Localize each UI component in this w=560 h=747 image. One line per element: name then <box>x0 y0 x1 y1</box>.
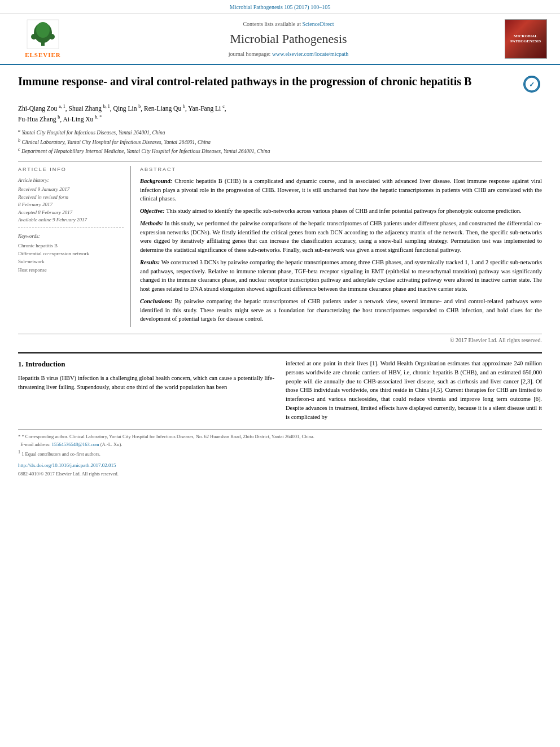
footer-issn: 0882-4010/© 2017 Elsevier Ltd. All right… <box>18 471 119 477</box>
page-wrapper: Microbial Pathogenesis 105 (2017) 100–10… <box>0 0 560 487</box>
elsevier-label: ELSEVIER <box>25 51 61 59</box>
footer-email-label: E-mail address: <box>20 442 50 447</box>
article-history: Article history: Received 9 January 2017… <box>18 177 124 228</box>
abstract-conclusions: Conclusions: By pairwise comparing the h… <box>140 297 542 324</box>
footer-email-link[interactable]: 15564536548@163.com <box>51 442 99 447</box>
article-title: Immune response- and viral control-relat… <box>18 74 515 89</box>
affiliations: a Yantai City Hospital for Infectious Di… <box>18 128 542 155</box>
footer-corresponding-text: * Corresponding author. Clinical Laborat… <box>21 434 314 439</box>
abstract-objective-text: This study aimed to identify the specifi… <box>166 208 522 214</box>
main-col-left: 1. Introduction Hepatitis B virus (HBV) … <box>18 359 274 425</box>
journal-title-header: Microbial Pathogenesis <box>82 30 495 48</box>
keyword-1: Chronic hepatitis B <box>18 242 124 250</box>
article-footer: * * Corresponding author. Clinical Labor… <box>18 429 542 478</box>
abstract-conclusions-text: By pairwise comparing the hepatic transc… <box>140 298 542 322</box>
keyword-3: Sub-network <box>18 257 124 265</box>
footer-email-suffix: (A.-L. Xu). <box>100 442 123 447</box>
abstract-methods-text: In this study, we performed the pairwise… <box>140 220 542 253</box>
abstract-methods-label: Methods: <box>140 220 163 226</box>
copyright-line: © 2017 Elsevier Ltd. All rights reserved… <box>18 334 542 344</box>
journal-homepage-link[interactable]: www.elsevier.com/locate/micpath <box>272 51 348 57</box>
history-revised-label: Received in revised form <box>18 194 124 202</box>
crossmark-svg: ✓ <box>524 76 539 92</box>
contents-text: Contents lists available at <box>243 21 300 27</box>
keywords-section: Keywords: Chronic hepatitis B Differenti… <box>18 233 124 274</box>
science-direct-link[interactable]: ScienceDirect <box>302 21 334 27</box>
elsevier-logo: ELSEVIER <box>25 19 61 59</box>
article-info-abstract-section: ARTICLE INFO Article history: Received 9… <box>18 161 542 327</box>
copyright-text: © 2017 Elsevier Ltd. All rights reserved… <box>450 337 542 343</box>
contents-line: Contents lists available at ScienceDirec… <box>82 20 495 28</box>
svg-point-5 <box>49 34 55 40</box>
elsevier-tree-icon <box>26 19 60 50</box>
article-title-section: Immune response- and viral control-relat… <box>18 74 542 98</box>
svg-point-4 <box>31 34 37 40</box>
intro-para-col1: Hepatitis B virus (HBV) infection is a c… <box>18 374 274 392</box>
affiliation-c: Department of Hepatobiliary Internal Med… <box>21 148 270 154</box>
footer-equal-text: 1 Equal contributors and co-first author… <box>21 451 100 457</box>
intro-para-col2: infected at one point in their lives [1]… <box>286 359 542 421</box>
crossmark-badge: ✓ <box>522 74 542 94</box>
cover-label: MICROBIALPATHOGENESIS <box>510 34 541 44</box>
history-received: Received 9 January 2017 <box>18 186 124 194</box>
main-body-section: 1. Introduction Hepatitis B virus (HBV) … <box>18 352 542 425</box>
history-accepted: Accepted 8 February 2017 <box>18 209 124 217</box>
homepage-text: journal homepage: <box>229 51 271 57</box>
journal-header-center: Contents lists available at ScienceDirec… <box>77 19 500 59</box>
footer-corresponding: * * Corresponding author. Clinical Labor… <box>18 433 542 441</box>
journal-header-right: MICROBIALPATHOGENESIS <box>500 19 551 59</box>
history-online: Available online 9 February 2017 <box>18 216 124 224</box>
abstract-results: Results: We constructed 3 DCNs by pairwi… <box>140 258 542 294</box>
journal-ref-bar: Microbial Pathogenesis 105 (2017) 100–10… <box>0 0 560 14</box>
intro-heading: 1. Introduction <box>18 359 274 369</box>
journal-header: ELSEVIER Contents lists available at Sci… <box>0 14 560 65</box>
affiliation-b: Clinical Laboratory, Yantai City Hospita… <box>21 139 211 145</box>
svg-point-3 <box>36 22 50 38</box>
journal-cover-image: MICROBIALPATHOGENESIS <box>505 19 547 59</box>
abstract-methods: Methods: In this study, we performed the… <box>140 219 542 255</box>
abstract-objective-label: Objective: <box>140 208 165 214</box>
abstract-conclusions-label: Conclusions: <box>140 298 172 304</box>
history-revised-date: 8 February 2017 <box>18 201 124 209</box>
abstract-results-label: Results: <box>140 259 160 265</box>
footer-email-line: E-mail address: 15564536548@163.com (A.-… <box>18 441 542 449</box>
authors-line: Zhi-Qiang Zou a, 1, Shuai Zhang b, 1, Qi… <box>18 103 542 124</box>
abstract-column: ABSTRACT Background: Chronic hepatitis B… <box>140 166 542 327</box>
article-info-column: ARTICLE INFO Article history: Received 9… <box>18 166 131 327</box>
abstract-objective: Objective: This study aimed to identify … <box>140 207 542 216</box>
article-info-heading: ARTICLE INFO <box>18 166 124 173</box>
journal-ref-text: Microbial Pathogenesis 105 (2017) 100–10… <box>230 4 330 10</box>
abstract-background-text: Chronic hepatitis B (CHB) is a complicat… <box>140 178 542 202</box>
abstract-background-label: Background: <box>140 178 172 184</box>
abstract-results-text: We constructed 3 DCNs by pairwise compar… <box>140 259 542 292</box>
crossmark-icon: ✓ <box>523 76 540 93</box>
keywords-label: Keywords: <box>18 233 124 240</box>
abstract-background: Background: Chronic hepatitis B (CHB) is… <box>140 177 542 203</box>
footer-doi-link[interactable]: http://dx.doi.org/10.1016/j.micpath.2017… <box>18 461 542 469</box>
journal-header-left: ELSEVIER <box>9 19 77 59</box>
keyword-2: Differential co-expression network <box>18 250 124 257</box>
svg-text:✓: ✓ <box>529 81 535 89</box>
affiliation-a: Yantai City Hospital for Infectious Dise… <box>21 130 165 136</box>
article-content: Immune response- and viral control-relat… <box>0 65 560 487</box>
footer-equal-note: 1 1 Equal contributors and co-first auth… <box>18 449 542 458</box>
keywords-list: Chronic hepatitis B Differential co-expr… <box>18 242 124 274</box>
main-col-right: infected at one point in their lives [1]… <box>286 359 542 425</box>
keyword-4: Host response <box>18 266 124 274</box>
abstract-heading: ABSTRACT <box>140 166 542 173</box>
history-label: Article history: <box>18 177 124 185</box>
journal-homepage-line: journal homepage: www.elsevier.com/locat… <box>82 50 495 58</box>
